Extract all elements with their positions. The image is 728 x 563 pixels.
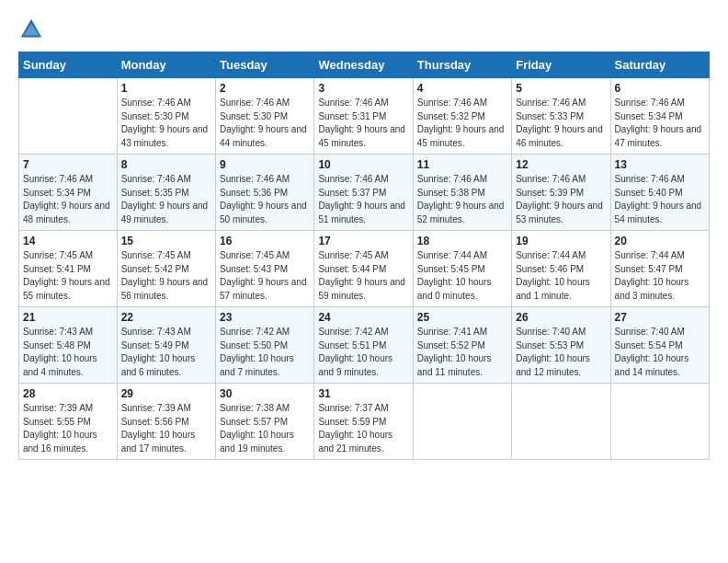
day-info: Sunrise: 7:40 AMSunset: 5:54 PMDaylight:… [615,326,705,379]
day-number: 4 [417,82,507,95]
calendar-table: SundayMondayTuesdayWednesdayThursdayFrid… [18,52,710,460]
day-number: 25 [417,311,507,324]
day-header-monday: Monday [117,52,215,78]
day-header-tuesday: Tuesday [216,52,314,78]
calendar-cell: 14Sunrise: 7:45 AMSunset: 5:41 PMDayligh… [19,231,118,307]
page: SundayMondayTuesdayWednesdayThursdayFrid… [0,0,728,469]
day-number: 11 [417,158,507,171]
calendar-cell: 6Sunrise: 7:46 AMSunset: 5:34 PMDaylight… [610,78,709,155]
day-info: Sunrise: 7:40 AMSunset: 5:53 PMDaylight:… [516,326,606,379]
day-header-sunday: Sunday [19,52,118,78]
day-info: Sunrise: 7:44 AMSunset: 5:46 PMDaylight:… [516,249,606,303]
day-number: 8 [121,158,211,171]
day-number: 23 [220,311,310,324]
day-number: 2 [220,82,310,95]
day-number: 16 [220,235,310,247]
day-header-friday: Friday [512,52,610,78]
day-info: Sunrise: 7:46 AMSunset: 5:30 PMDaylight:… [220,97,310,150]
day-info: Sunrise: 7:43 AMSunset: 5:49 PMDaylight:… [121,326,211,379]
day-info: Sunrise: 7:46 AMSunset: 5:31 PMDaylight:… [318,97,408,150]
header [18,17,710,42]
day-info: Sunrise: 7:38 AMSunset: 5:57 PMDaylight:… [220,402,310,455]
day-number: 6 [615,82,705,95]
calendar-cell: 27Sunrise: 7:40 AMSunset: 5:54 PMDayligh… [610,307,709,384]
day-info: Sunrise: 7:37 AMSunset: 5:59 PMDaylight:… [318,402,408,455]
day-number: 12 [516,158,606,171]
day-number: 26 [516,311,606,324]
calendar-cell: 15Sunrise: 7:45 AMSunset: 5:42 PMDayligh… [117,231,215,307]
calendar-cell: 18Sunrise: 7:44 AMSunset: 5:45 PMDayligh… [413,231,511,307]
calendar-cell: 22Sunrise: 7:43 AMSunset: 5:49 PMDayligh… [117,307,215,384]
day-info: Sunrise: 7:46 AMSunset: 5:34 PMDaylight:… [23,173,113,226]
calendar-cell: 11Sunrise: 7:46 AMSunset: 5:38 PMDayligh… [413,155,511,231]
day-info: Sunrise: 7:44 AMSunset: 5:47 PMDaylight:… [615,249,705,303]
calendar-cell: 2Sunrise: 7:46 AMSunset: 5:30 PMDaylight… [216,78,314,155]
calendar-cell: 23Sunrise: 7:42 AMSunset: 5:50 PMDayligh… [216,307,314,384]
day-info: Sunrise: 7:45 AMSunset: 5:41 PMDaylight:… [23,249,113,303]
day-info: Sunrise: 7:46 AMSunset: 5:30 PMDaylight:… [121,97,211,150]
calendar-cell: 13Sunrise: 7:46 AMSunset: 5:40 PMDayligh… [610,155,709,231]
calendar-cell: 12Sunrise: 7:46 AMSunset: 5:39 PMDayligh… [512,155,610,231]
day-number: 29 [121,387,211,400]
day-header-wednesday: Wednesday [314,52,413,78]
day-number: 10 [318,158,408,171]
logo [18,17,48,42]
calendar-cell: 4Sunrise: 7:46 AMSunset: 5:32 PMDaylight… [413,78,511,155]
day-info: Sunrise: 7:39 AMSunset: 5:55 PMDaylight:… [23,402,113,455]
day-header-saturday: Saturday [610,52,709,78]
calendar-cell: 24Sunrise: 7:42 AMSunset: 5:51 PMDayligh… [314,307,413,384]
calendar-cell: 21Sunrise: 7:43 AMSunset: 5:48 PMDayligh… [19,307,118,384]
day-info: Sunrise: 7:46 AMSunset: 5:40 PMDaylight:… [615,173,705,226]
week-row-3: 14Sunrise: 7:45 AMSunset: 5:41 PMDayligh… [19,231,710,307]
day-info: Sunrise: 7:46 AMSunset: 5:39 PMDaylight:… [516,173,606,226]
day-info: Sunrise: 7:46 AMSunset: 5:37 PMDaylight:… [318,173,408,226]
calendar-cell: 8Sunrise: 7:46 AMSunset: 5:35 PMDaylight… [117,155,215,231]
day-info: Sunrise: 7:46 AMSunset: 5:35 PMDaylight:… [121,173,211,226]
day-info: Sunrise: 7:45 AMSunset: 5:42 PMDaylight:… [121,249,211,303]
day-number: 14 [23,235,113,247]
week-row-1: 1Sunrise: 7:46 AMSunset: 5:30 PMDaylight… [19,78,710,155]
calendar-cell: 26Sunrise: 7:40 AMSunset: 5:53 PMDayligh… [512,307,610,384]
calendar-cell: 19Sunrise: 7:44 AMSunset: 5:46 PMDayligh… [512,231,610,307]
day-number: 28 [23,387,113,400]
day-number: 3 [318,82,408,95]
calendar-cell: 17Sunrise: 7:45 AMSunset: 5:44 PMDayligh… [314,231,413,307]
day-info: Sunrise: 7:46 AMSunset: 5:38 PMDaylight:… [417,173,507,226]
day-number: 9 [220,158,310,171]
calendar-cell: 3Sunrise: 7:46 AMSunset: 5:31 PMDaylight… [314,78,413,155]
day-info: Sunrise: 7:41 AMSunset: 5:52 PMDaylight:… [417,326,507,379]
day-number: 5 [516,82,606,95]
day-info: Sunrise: 7:43 AMSunset: 5:48 PMDaylight:… [23,326,113,379]
calendar-cell: 1Sunrise: 7:46 AMSunset: 5:30 PMDaylight… [117,78,215,155]
day-header-thursday: Thursday [413,52,511,78]
day-number: 30 [220,387,310,400]
calendar-cell [610,384,709,460]
calendar-cell [413,384,511,460]
day-number: 1 [121,82,211,95]
calendar-cell: 20Sunrise: 7:44 AMSunset: 5:47 PMDayligh… [610,231,709,307]
calendar-cell: 28Sunrise: 7:39 AMSunset: 5:55 PMDayligh… [19,384,118,460]
day-info: Sunrise: 7:45 AMSunset: 5:43 PMDaylight:… [220,249,310,303]
day-number: 20 [615,235,705,247]
day-number: 18 [417,235,507,247]
day-info: Sunrise: 7:39 AMSunset: 5:56 PMDaylight:… [121,402,211,455]
calendar-cell: 30Sunrise: 7:38 AMSunset: 5:57 PMDayligh… [216,384,314,460]
calendar-cell: 16Sunrise: 7:45 AMSunset: 5:43 PMDayligh… [216,231,314,307]
calendar-cell: 9Sunrise: 7:46 AMSunset: 5:36 PMDaylight… [216,155,314,231]
logo-icon [18,17,44,42]
calendar-cell [512,384,610,460]
day-number: 24 [318,311,408,324]
day-info: Sunrise: 7:45 AMSunset: 5:44 PMDaylight:… [318,249,408,303]
week-row-5: 28Sunrise: 7:39 AMSunset: 5:55 PMDayligh… [19,384,710,460]
day-number: 31 [318,387,408,400]
day-number: 13 [615,158,705,171]
day-number: 15 [121,235,211,247]
day-number: 19 [516,235,606,247]
day-number: 21 [23,311,113,324]
calendar-cell: 25Sunrise: 7:41 AMSunset: 5:52 PMDayligh… [413,307,511,384]
calendar-cell: 5Sunrise: 7:46 AMSunset: 5:33 PMDaylight… [512,78,610,155]
day-info: Sunrise: 7:42 AMSunset: 5:50 PMDaylight:… [220,326,310,379]
day-info: Sunrise: 7:46 AMSunset: 5:32 PMDaylight:… [417,97,507,150]
day-number: 27 [615,311,705,324]
week-row-4: 21Sunrise: 7:43 AMSunset: 5:48 PMDayligh… [19,307,710,384]
